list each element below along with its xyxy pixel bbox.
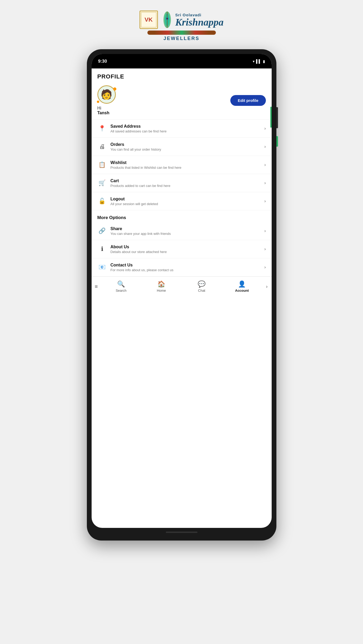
- chat-nav-label: Chat: [198, 289, 205, 293]
- nav-forward-icon[interactable]: ›: [262, 284, 272, 289]
- contact-us-arrow: ›: [264, 265, 266, 270]
- brand-jewellers: JEWELLERS: [163, 36, 200, 41]
- menu-item-about-us[interactable]: ℹ About Us Details about our store attac…: [92, 240, 272, 258]
- share-desc: You can share your app link with friends: [111, 232, 265, 236]
- bottom-spacer: [92, 297, 272, 313]
- brand-logo-row: VK Sri Oolavadi Krishnappa: [140, 11, 224, 29]
- menu-item-contact-us[interactable]: 📧 Contact Us For more info about us, ple…: [92, 258, 272, 276]
- wishlist-title: Wishlist: [111, 160, 265, 165]
- menu-item-share[interactable]: 🔗 Share You can share your app link with…: [92, 222, 272, 240]
- screen-content: PROFILE 🧑 Hi Tansh Edit profile: [92, 68, 272, 313]
- phone-frame: 9:30 ▾ ▌▌ ▮ PROFILE: [87, 49, 276, 541]
- saved-address-text: Saved Address All saved addresses can be…: [111, 124, 265, 133]
- brand-emblem: VK: [140, 11, 158, 29]
- status-time: 9:30: [98, 59, 107, 64]
- contact-us-icon: 📧: [97, 262, 107, 272]
- about-us-title: About Us: [111, 245, 265, 249]
- saved-address-title: Saved Address: [111, 124, 265, 129]
- more-options-section: 🔗 Share You can share your app link with…: [92, 222, 272, 276]
- share-arrow: ›: [264, 229, 266, 233]
- home-nav-icon: 🏠: [157, 280, 165, 288]
- chat-nav-icon: 💬: [198, 280, 206, 288]
- nav-item-search[interactable]: 🔍 Search: [101, 279, 141, 294]
- avatar-dot-1: [113, 87, 116, 91]
- saved-address-desc: All saved addresses can be find here: [111, 129, 265, 133]
- menu-item-wishlist[interactable]: 📋 Wishlist Products that listed in Wishl…: [92, 156, 272, 174]
- status-bar: 9:30 ▾ ▌▌ ▮: [92, 54, 272, 68]
- flute-decoration: [147, 31, 216, 35]
- brand-text-col: Sri Oolavadi Krishnappa: [175, 13, 224, 27]
- saved-address-arrow: ›: [264, 126, 266, 131]
- wifi-icon: ▾: [253, 59, 255, 63]
- account-nav-icon: 👤: [238, 280, 246, 288]
- cart-text: Cart Products added to cart can be find …: [111, 179, 265, 188]
- brand-header: VK Sri Oolavadi Krishnappa JEWELLERS: [140, 11, 224, 41]
- contact-us-desc: For more info about us, please contact u…: [111, 268, 265, 272]
- side-accent: [276, 136, 278, 147]
- about-us-icon: ℹ: [97, 244, 107, 254]
- notch-bump: [155, 54, 208, 68]
- wishlist-icon: 📋: [97, 160, 107, 170]
- menu-item-logout[interactable]: 🔓 Logout All your session will get delet…: [92, 192, 272, 210]
- share-text: Share You can share your app link with f…: [111, 226, 265, 236]
- nav-item-home[interactable]: 🏠 Home: [141, 279, 182, 294]
- orders-text: Orders You can find all your order histo…: [111, 142, 265, 151]
- status-icons: ▾ ▌▌ ▮: [253, 59, 265, 63]
- cart-title: Cart: [111, 179, 265, 183]
- peacock-feather-icon: [161, 11, 173, 29]
- about-us-desc: Details about our store attached here: [111, 250, 265, 254]
- logout-title: Logout: [111, 197, 265, 201]
- about-us-text: About Us Details about our store attache…: [111, 245, 265, 254]
- profile-greeting: Hi: [97, 106, 101, 111]
- profile-name: Tansh: [97, 111, 110, 115]
- cart-icon: 🛒: [97, 178, 107, 188]
- volume-button: [276, 107, 278, 128]
- orders-desc: You can find all your order history: [111, 147, 265, 151]
- contact-us-title: Contact Us: [111, 263, 265, 267]
- emblem-text: VK: [145, 16, 153, 23]
- nav-more-icon: ≡: [95, 284, 98, 290]
- wishlist-desc: Products that listed in Wishlist can be …: [111, 166, 265, 170]
- more-options-label: More Options: [92, 210, 272, 222]
- logout-icon: 🔓: [97, 196, 107, 206]
- search-nav-icon: 🔍: [117, 280, 125, 288]
- about-us-arrow: ›: [264, 247, 266, 251]
- logout-arrow: ›: [264, 199, 266, 204]
- share-title: Share: [111, 226, 265, 231]
- brand-krishnappa: Krishnappa: [175, 17, 224, 27]
- menu-item-cart[interactable]: 🛒 Cart Products added to cart can be fin…: [92, 174, 272, 192]
- saved-address-icon: 📍: [97, 124, 107, 133]
- page-title: PROFILE: [92, 68, 272, 83]
- nav-more-button[interactable]: ≡: [92, 284, 101, 290]
- page-wrapper: VK Sri Oolavadi Krishnappa JEWELLERS: [74, 8, 290, 541]
- battery-icon: ▮: [263, 59, 265, 63]
- avatar-dot-2: [97, 101, 99, 103]
- avatar-area: 🧑 Hi Tansh: [97, 85, 116, 115]
- logout-desc: All your session will get deleted: [111, 202, 265, 206]
- search-nav-label: Search: [116, 289, 126, 293]
- menu-section: 📍 Saved Address All saved addresses can …: [92, 120, 272, 210]
- bottom-nav: ≡ 🔍 Search 🏠 Home 💬 Chat: [92, 276, 272, 297]
- signal-icon: ▌▌: [256, 59, 261, 63]
- menu-item-orders[interactable]: 🖨 Orders You can find all your order his…: [92, 138, 272, 156]
- orders-arrow: ›: [264, 144, 266, 149]
- orders-title: Orders: [111, 142, 265, 147]
- phone-screen: 9:30 ▾ ▌▌ ▮ PROFILE: [92, 54, 272, 528]
- nav-item-account[interactable]: 👤 Account: [222, 279, 262, 294]
- cart-arrow: ›: [264, 181, 266, 185]
- wishlist-arrow: ›: [264, 162, 266, 167]
- orders-icon: 🖨: [97, 142, 107, 151]
- avatar-icon: 🧑: [101, 89, 112, 100]
- menu-item-saved-address[interactable]: 📍 Saved Address All saved addresses can …: [92, 120, 272, 138]
- home-indicator: [166, 532, 197, 533]
- account-nav-label: Account: [235, 289, 249, 293]
- cart-desc: Products added to cart can be find here: [111, 184, 265, 188]
- profile-header: 🧑 Hi Tansh Edit profile: [92, 83, 272, 120]
- brand-sri: Sri Oolavadi: [175, 13, 202, 17]
- share-icon: 🔗: [97, 226, 107, 236]
- nav-item-chat[interactable]: 💬 Chat: [182, 279, 222, 294]
- wishlist-text: Wishlist Products that listed in Wishlis…: [111, 160, 265, 170]
- avatar: 🧑: [97, 85, 116, 104]
- edit-profile-button[interactable]: Edit profile: [230, 95, 266, 106]
- contact-us-text: Contact Us For more info about us, pleas…: [111, 263, 265, 272]
